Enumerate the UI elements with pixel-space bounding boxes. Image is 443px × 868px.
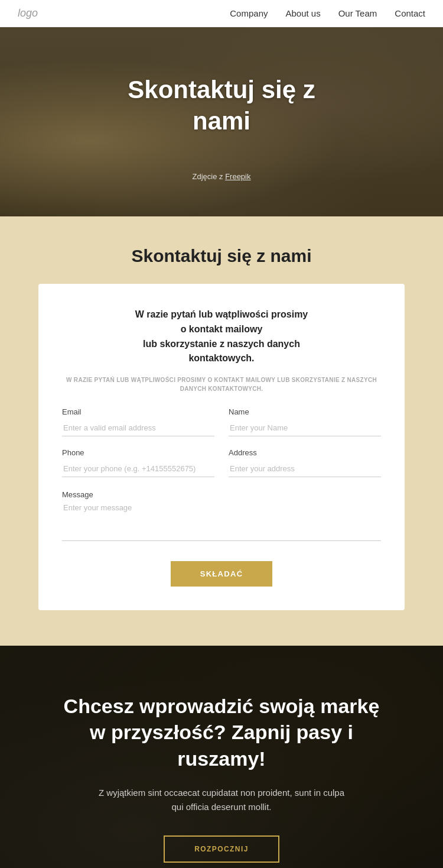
hero-content: Skontaktuj się z nami Zdjęcie z Freepik <box>0 27 443 181</box>
logo: logo <box>18 7 38 20</box>
email-label: Email <box>62 407 214 416</box>
form-row-1: Email Name <box>62 407 381 436</box>
hero-section: Skontaktuj się z nami Zdjęcie z Freepik <box>0 27 443 216</box>
nav-about[interactable]: About us <box>285 8 320 18</box>
cta-content: Chcesz wprowadzić swoją markę w przyszło… <box>35 693 408 863</box>
submit-button[interactable]: SKŁADAĆ <box>171 561 273 587</box>
message-group: Message <box>62 489 381 543</box>
contact-section: Skontaktuj się z nami W razie pytań lub … <box>0 216 443 646</box>
address-label: Address <box>229 448 381 457</box>
hero-photo-credit: Zdjęcie z Freepik <box>0 172 443 181</box>
nav-links: Company About us Our Team Contact <box>230 8 425 19</box>
form-row-2: Phone Address <box>62 448 381 477</box>
address-group: Address <box>229 448 381 477</box>
phone-label: Phone <box>62 448 214 457</box>
name-group: Name <box>229 407 381 436</box>
phone-input[interactable] <box>62 461 214 477</box>
freepik-link[interactable]: Freepik <box>225 172 250 181</box>
nav-company[interactable]: Company <box>230 8 268 18</box>
phone-group: Phone <box>62 448 214 477</box>
email-group: Email <box>62 407 214 436</box>
nav-contact[interactable]: Contact <box>395 8 425 18</box>
name-input[interactable] <box>229 420 381 436</box>
contact-section-title: Skontaktuj się z nami <box>18 246 425 266</box>
message-label: Message <box>62 490 93 499</box>
message-input[interactable] <box>62 500 381 541</box>
cta-section: Chcesz wprowadzić swoją markę w przyszło… <box>0 646 443 868</box>
hero-title: Skontaktuj się z nami <box>0 75 443 137</box>
cta-title: Chcesz wprowadzić swoją markę w przyszło… <box>35 693 408 772</box>
nav-our-team[interactable]: Our Team <box>338 8 377 18</box>
contact-form: Email Name Phone Address <box>62 407 381 587</box>
cta-button[interactable]: ROZPOCZNIJ <box>164 835 279 863</box>
email-input[interactable] <box>62 420 214 436</box>
form-card-sub: W RAZIE PYTAŃ LUB WĄTPLIWOŚCI PROSIMY O … <box>62 375 381 393</box>
navbar: logo Company About us Our Team Contact <box>0 0 443 27</box>
address-input[interactable] <box>229 461 381 477</box>
form-card-intro: W razie pytań lub wątpliwości prosimy o … <box>62 307 381 366</box>
name-label: Name <box>229 407 381 416</box>
contact-form-card: W razie pytań lub wątpliwości prosimy o … <box>38 284 405 610</box>
cta-subtitle: Z wyjątkiem sint occaecat cupidatat non … <box>97 786 346 814</box>
submit-wrapper: SKŁADAĆ <box>62 555 381 587</box>
